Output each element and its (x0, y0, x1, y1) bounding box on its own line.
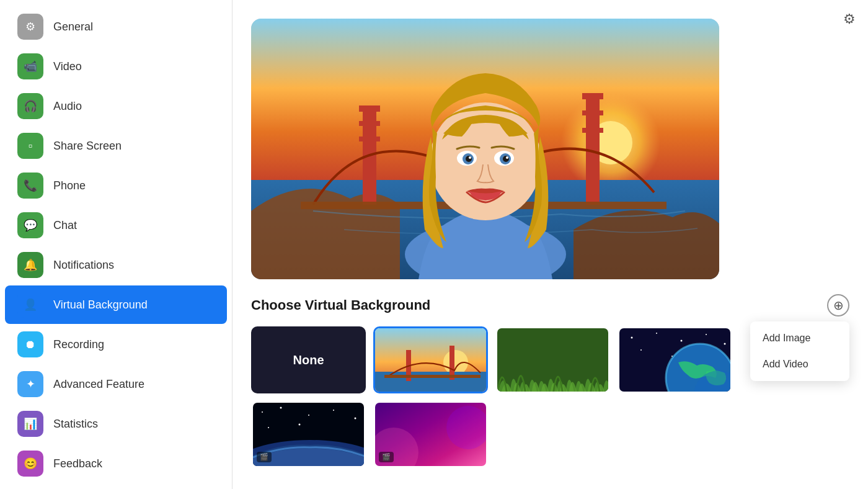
audio-icon: 🎧 (17, 93, 43, 119)
sidebar-item-label-recording: Recording (53, 338, 104, 351)
svg-rect-29 (450, 346, 454, 380)
add-dropdown-menu: Add Image Add Video (750, 321, 849, 381)
sidebar-item-label-notifications: Notifications (53, 259, 114, 272)
sidebar-item-label-audio: Audio (53, 100, 82, 113)
share-screen-icon: ▫ (17, 133, 43, 159)
video-badge-2: 🎬 (379, 452, 394, 462)
sidebar-item-label-general: General (53, 20, 93, 34)
virtual-background-icon: 👤 (17, 292, 43, 318)
sidebar-item-share-screen[interactable]: ▫ Share Screen (5, 127, 227, 165)
sidebar-item-label-statistics: Statistics (53, 418, 98, 431)
video-badge: 🎬 (257, 452, 272, 462)
chat-icon: 💬 (17, 212, 43, 238)
svg-rect-9 (586, 93, 600, 205)
sidebar-item-label-feedback: Feedback (53, 457, 102, 470)
sidebar-item-advanced-feature[interactable]: ✦ Advanced Feature (5, 365, 227, 403)
add-button-wrapper: ⊕ Add Image Add Video (827, 294, 849, 316)
svg-rect-30 (384, 375, 480, 378)
svg-point-48 (308, 415, 309, 416)
gear-button[interactable]: ⚙ (843, 11, 856, 27)
svg-point-49 (333, 410, 334, 411)
svg-point-24 (506, 156, 508, 159)
preview-scene (251, 19, 719, 279)
sidebar-item-general[interactable]: ⚙ General (5, 7, 227, 46)
sidebar-item-statistics[interactable]: 📊 Statistics (5, 405, 227, 443)
bridge-thumb-img (375, 328, 488, 393)
bg-option-bridge[interactable] (373, 326, 488, 393)
sidebar-item-chat[interactable]: 💬 Chat (5, 206, 227, 244)
sidebar: ⚙ General 📹 Video 🎧 Audio ▫ Share Screen… (0, 0, 232, 489)
svg-point-38 (640, 349, 642, 351)
add-background-button[interactable]: ⊕ (827, 294, 849, 316)
feedback-icon: 😊 (17, 451, 43, 477)
sidebar-item-phone[interactable]: 📞 Phone (5, 166, 227, 205)
sidebar-item-label-share-screen: Share Screen (53, 140, 122, 153)
svg-point-23 (469, 156, 471, 159)
sidebar-item-label-virtual-background: Virtual Background (53, 298, 148, 312)
svg-rect-11 (582, 110, 603, 115)
svg-point-47 (280, 407, 282, 409)
svg-point-46 (262, 411, 263, 413)
add-video-option[interactable]: Add Video (750, 351, 849, 377)
recording-icon: ⏺ (17, 331, 43, 357)
svg-rect-8 (359, 137, 380, 141)
bg-option-earth[interactable]: 🎬 (251, 401, 366, 468)
svg-rect-7 (359, 121, 380, 126)
sidebar-item-recording[interactable]: ⏺ Recording (5, 325, 227, 364)
svg-point-36 (706, 334, 707, 335)
svg-rect-6 (359, 105, 380, 112)
advanced-feature-icon: ✦ (17, 371, 43, 397)
section-header: Choose Virtual Background ⊕ Add Image Ad… (251, 294, 849, 316)
add-image-option[interactable]: Add Image (750, 325, 849, 351)
bg-option-none[interactable]: None (251, 326, 366, 393)
sidebar-item-virtual-background[interactable]: 👤 Virtual Background (5, 285, 227, 324)
svg-point-35 (681, 340, 683, 342)
notifications-icon: 🔔 (17, 252, 43, 278)
space-thumb-img (619, 328, 732, 393)
svg-point-50 (355, 418, 356, 419)
svg-point-37 (724, 343, 726, 345)
sidebar-item-label-chat: Chat (53, 219, 77, 232)
virtual-background-preview (251, 19, 719, 279)
sidebar-item-video[interactable]: 📹 Video (5, 47, 227, 86)
grass-thumb-img (497, 328, 610, 393)
statistics-icon: 📊 (17, 411, 43, 437)
general-icon: ⚙ (17, 14, 43, 40)
main-content: ⚙ (232, 0, 868, 489)
svg-point-55 (446, 406, 488, 449)
svg-point-33 (631, 337, 633, 339)
video-icon: 📹 (17, 53, 43, 79)
section-title: Choose Virtual Background (251, 297, 430, 313)
sidebar-item-notifications[interactable]: 🔔 Notifications (5, 246, 227, 284)
bg-option-purple[interactable]: 🎬 (373, 401, 488, 468)
bg-option-space[interactable] (618, 326, 732, 393)
sidebar-item-label-video: Video (53, 60, 82, 73)
svg-point-51 (268, 427, 269, 428)
svg-point-22 (503, 156, 509, 162)
phone-icon: 📞 (17, 173, 43, 199)
svg-point-34 (656, 333, 657, 334)
sidebar-item-feedback[interactable]: 😊 Feedback (5, 444, 227, 483)
sidebar-item-audio[interactable]: 🎧 Audio (5, 87, 227, 125)
plus-icon: ⊕ (833, 298, 844, 313)
sidebar-item-label-advanced-feature: Advanced Feature (53, 378, 144, 391)
svg-rect-10 (582, 93, 603, 99)
svg-point-52 (299, 424, 301, 426)
bg-option-grass[interactable] (495, 326, 610, 393)
svg-rect-12 (582, 128, 603, 133)
sidebar-item-label-phone: Phone (53, 179, 86, 192)
none-label: None (293, 353, 324, 367)
svg-point-21 (466, 156, 472, 162)
